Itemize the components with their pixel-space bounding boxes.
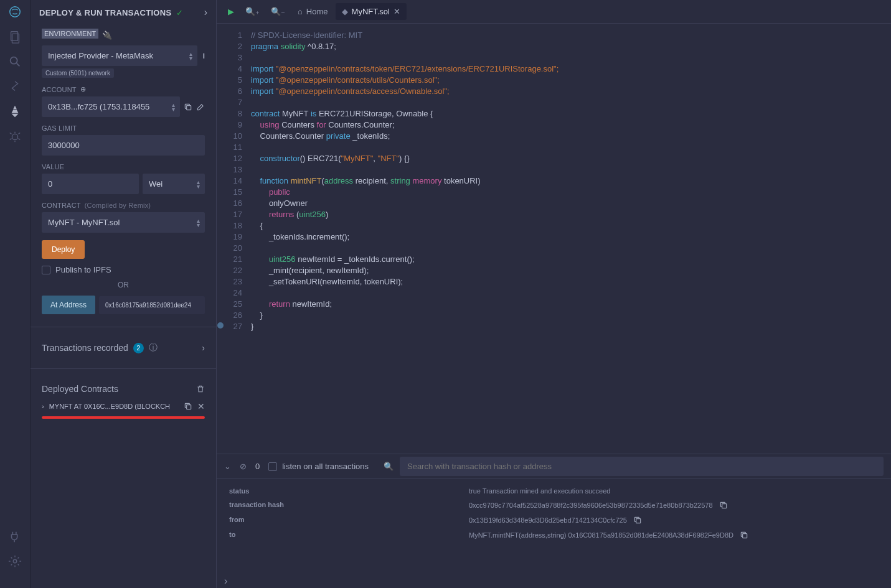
deploy-icon[interactable]: [8, 105, 22, 118]
svg-rect-10: [743, 534, 747, 538]
contract-select[interactable]: MyNFT - MyNFT.sol: [42, 212, 205, 233]
search-icon[interactable]: [8, 55, 22, 68]
breakpoint-marker[interactable]: [217, 322, 224, 329]
terminal-row: from0x13B19fd63d348e9d3D6d25ebd7142134C0…: [229, 513, 879, 528]
svg-rect-7: [187, 405, 191, 409]
select-arrows-icon: ▴▾: [189, 52, 192, 60]
terminal: ⌄ ⊘ 0 listen on all transactions 🔍 statu…: [217, 454, 891, 588]
editor-area: ▶ 🔍₊ 🔍₋ ⌂ Home ◆ MyNFT.sol ✕ 12345678910…: [217, 0, 891, 588]
at-address-button[interactable]: At Address: [42, 296, 95, 314]
chevron-right-icon: ›: [42, 403, 44, 410]
value-input[interactable]: [42, 174, 139, 194]
close-icon[interactable]: ✕: [197, 401, 205, 411]
at-address-input[interactable]: [99, 296, 205, 314]
info-icon[interactable]: i: [202, 51, 205, 60]
select-arrows-icon: ▴▾: [172, 103, 175, 111]
pending-count: 0: [255, 462, 260, 471]
search-icon[interactable]: 🔍: [384, 462, 394, 471]
svg-point-0: [10, 7, 21, 17]
contract-label: CONTRACT (Compiled by Remix): [42, 202, 205, 209]
plus-icon[interactable]: ⊕: [80, 85, 86, 93]
panel-header: DEPLOY & RUN TRANSACTIONS ✓ ›: [31, 0, 216, 25]
publish-ipfs-checkbox[interactable]: [42, 266, 50, 274]
line-numbers: 1234567891011121314151617181920212223242…: [217, 24, 251, 454]
publish-ipfs-label: Publish to IPFS: [55, 265, 111, 274]
copy-icon[interactable]: [633, 516, 642, 525]
or-text: OR: [42, 281, 205, 289]
tab-bar: ▶ 🔍₊ 🔍₋ ⌂ Home ◆ MyNFT.sol ✕: [217, 0, 891, 24]
listen-label: listen on all transactions: [282, 462, 369, 471]
svg-rect-9: [636, 519, 641, 523]
select-arrows-icon: ▴▾: [197, 218, 200, 227]
account-select[interactable]: 0x13B...fc725 (1753.118455: [42, 96, 180, 117]
copy-icon[interactable]: [184, 402, 192, 411]
debugger-icon[interactable]: [8, 129, 22, 143]
compiler-icon[interactable]: [8, 80, 22, 93]
deploy-button[interactable]: Deploy: [42, 240, 85, 259]
gas-limit-label: GAS LIMIT: [42, 124, 205, 132]
svg-rect-6: [187, 105, 191, 110]
environment-select[interactable]: Injected Provider - MetaMask: [42, 45, 197, 66]
info-icon[interactable]: ⓘ: [149, 342, 158, 353]
tab-home[interactable]: ⌂ Home: [291, 3, 334, 20]
activity-bar: [0, 0, 31, 588]
tx-count-badge: 2: [133, 343, 144, 353]
deploy-panel: DEPLOY & RUN TRANSACTIONS ✓ › ENVIRONMEN…: [31, 0, 217, 588]
terminal-search-input[interactable]: [400, 457, 884, 476]
check-icon: ✓: [176, 8, 183, 17]
collapse-terminal-icon[interactable]: ⌄: [224, 462, 231, 471]
code-content[interactable]: // SPDX-License-Identifier: MITpragma so…: [251, 24, 891, 454]
terminal-output[interactable]: statustrue Transaction mined and executi…: [217, 479, 891, 574]
edit-icon[interactable]: [196, 103, 205, 111]
gas-limit-input[interactable]: [42, 135, 205, 156]
svg-point-3: [11, 57, 17, 64]
zoom-in-icon[interactable]: 🔍₊: [240, 4, 265, 19]
close-tab-icon[interactable]: ✕: [394, 7, 400, 16]
value-unit-select[interactable]: Wei: [143, 174, 205, 194]
plugin-manager-icon[interactable]: [8, 530, 22, 543]
home-icon: ⌂: [298, 7, 303, 16]
clear-terminal-icon[interactable]: ⊘: [240, 462, 247, 471]
network-badge: Custom (5001) network: [42, 68, 114, 78]
listen-checkbox[interactable]: [268, 462, 277, 471]
terminal-toolbar: ⌄ ⊘ 0 listen on all transactions 🔍: [217, 454, 891, 479]
zoom-out-icon[interactable]: 🔍₋: [266, 4, 290, 19]
copy-icon[interactable]: [719, 501, 728, 510]
environment-label: ENVIRONMENT: [42, 29, 98, 39]
value-label: VALUE: [42, 163, 205, 170]
plug-icon: 🔌: [102, 30, 112, 40]
highlight-underline: [42, 416, 205, 419]
terminal-prompt[interactable]: ›: [217, 574, 891, 588]
chevron-right-icon: ›: [202, 343, 205, 353]
terminal-row: toMyNFT.mintNFT(address,string) 0x16C081…: [229, 528, 879, 543]
terminal-row: statustrue Transaction mined and executi…: [229, 484, 879, 498]
terminal-row: transaction hash0xcc9709c7704af52528a978…: [229, 498, 879, 513]
solidity-icon: ◆: [342, 7, 348, 16]
account-label: ACCOUNT ⊕: [42, 85, 205, 93]
panel-title: DEPLOY & RUN TRANSACTIONS: [39, 8, 171, 17]
code-editor[interactable]: 1234567891011121314151617181920212223242…: [217, 24, 891, 454]
transactions-recorded-row[interactable]: Transactions recorded 2 ⓘ ›: [31, 336, 216, 360]
svg-point-4: [12, 134, 17, 139]
deployed-contract-item[interactable]: › MYNFT AT 0X16C...E9D8D (BLOCKCH ✕: [42, 401, 205, 411]
copy-icon[interactable]: [184, 103, 192, 111]
settings-icon[interactable]: [8, 554, 22, 568]
trash-icon[interactable]: [196, 385, 205, 393]
svg-point-5: [13, 559, 17, 563]
copy-icon[interactable]: [740, 531, 748, 539]
run-icon[interactable]: ▶: [223, 4, 239, 19]
tab-file[interactable]: ◆ MyNFT.sol ✕: [336, 3, 407, 20]
file-explorer-icon[interactable]: [8, 30, 22, 44]
collapse-icon[interactable]: ›: [204, 7, 207, 18]
remix-logo-icon[interactable]: [8, 5, 22, 19]
select-arrows-icon: ▴▾: [197, 180, 200, 189]
svg-rect-8: [722, 504, 726, 508]
deployed-contracts-title: Deployed Contracts: [42, 384, 118, 394]
